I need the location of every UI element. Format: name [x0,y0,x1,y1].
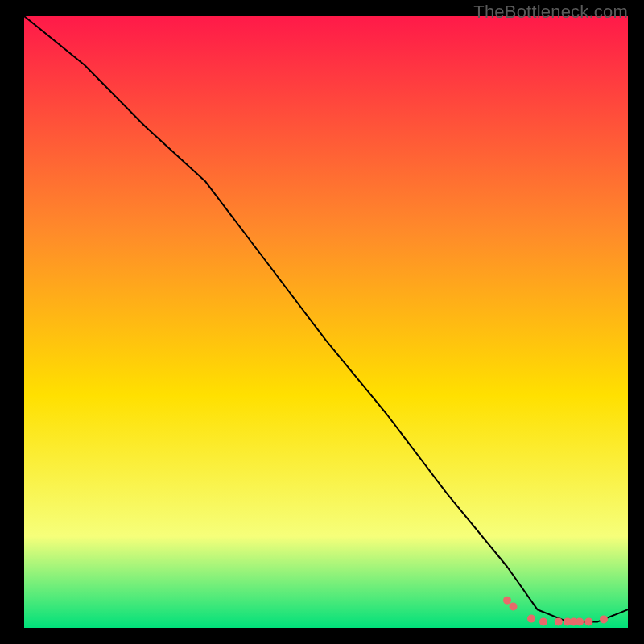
marker-point [527,615,535,623]
marker-point [510,602,518,610]
plot-svg [24,16,628,628]
marker-point [555,617,563,625]
gradient-background [24,16,628,628]
chart-stage: TheBottleneck.com [0,0,644,644]
plot-area [24,16,628,628]
marker-point [539,617,547,625]
marker-point [503,597,511,605]
attribution-text: TheBottleneck.com [473,2,628,23]
marker-point [600,615,608,623]
marker-point [584,617,592,625]
marker-point [576,617,584,625]
